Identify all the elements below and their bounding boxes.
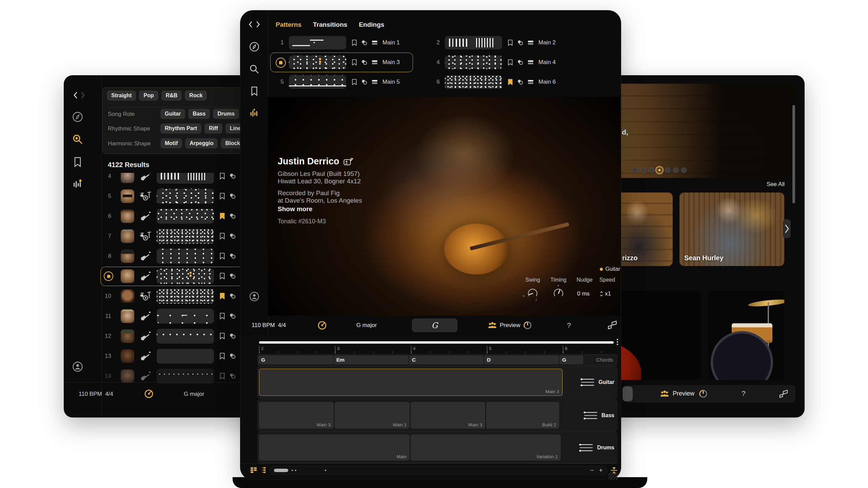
filter-chip[interactable]: R&B <box>161 90 182 101</box>
detach-window-icon[interactable] <box>607 316 618 335</box>
artist-card[interactable]: Sean Hurley <box>679 192 784 266</box>
tab[interactable]: Patterns <box>276 21 301 28</box>
scrollbar[interactable] <box>792 105 795 203</box>
pattern-thumbnail[interactable] <box>157 309 214 324</box>
account-icon[interactable] <box>64 361 91 372</box>
filter-chip[interactable]: Straight <box>107 90 136 101</box>
pattern-thumbnail[interactable] <box>157 229 214 244</box>
bookmark-icon[interactable] <box>240 86 268 96</box>
bookmark-icon[interactable] <box>219 312 225 320</box>
tab[interactable]: Endings <box>359 21 384 28</box>
metronome-icon[interactable] <box>317 316 327 335</box>
filter-chip[interactable]: Drums <box>213 109 239 119</box>
pattern-thumbnail[interactable] <box>157 289 214 304</box>
pattern-item[interactable]: 1 Main 1 <box>274 36 413 49</box>
detach-window-icon[interactable] <box>779 389 789 399</box>
swing-knob[interactable]: ▸ ♪ <box>527 288 538 299</box>
partial-button[interactable] <box>623 386 633 401</box>
bpm-value[interactable]: 110 BPM 4/4 <box>79 391 113 398</box>
bookmark-icon[interactable] <box>219 252 225 260</box>
chord-segment[interactable]: D <box>484 355 559 364</box>
pattern-thumbnail[interactable] <box>445 56 502 69</box>
bookmark-icon[interactable] <box>352 79 357 85</box>
carousel-dot[interactable] <box>649 167 654 173</box>
copy-icon[interactable] <box>229 333 236 339</box>
chord-segment[interactable]: G <box>258 355 333 364</box>
preview-button[interactable]: Preview <box>673 390 694 397</box>
compass-icon[interactable] <box>240 41 268 52</box>
key-button[interactable]: G <box>412 319 457 332</box>
copy-icon[interactable] <box>229 373 236 379</box>
bookmark-icon[interactable] <box>64 157 91 167</box>
pattern-clip[interactable]: Main 3 <box>411 402 485 429</box>
gauge-icon[interactable] <box>523 321 532 330</box>
pattern-thumbnail[interactable] <box>157 249 214 264</box>
filter-chip[interactable]: Rhythm Part <box>160 123 201 134</box>
filter-chip[interactable]: Arpeggio <box>185 138 218 148</box>
levels-icon[interactable] <box>240 108 268 119</box>
stack-icon[interactable] <box>528 79 534 85</box>
copy-icon[interactable] <box>361 40 368 46</box>
carousel-next-button[interactable] <box>783 219 791 238</box>
copy-icon[interactable] <box>229 233 236 239</box>
chord-segment[interactable]: G <box>559 355 583 364</box>
track-header[interactable]: Drums <box>565 432 614 463</box>
chord-segment[interactable]: C <box>409 355 484 364</box>
see-all-link[interactable]: See All <box>767 181 785 188</box>
filter-chip[interactable]: Rock <box>185 90 207 101</box>
pattern-clip[interactable]: Main <box>259 434 410 461</box>
account-icon[interactable] <box>240 291 268 302</box>
forward-icon[interactable] <box>81 92 85 99</box>
pattern-clip[interactable]: Main 3 <box>259 402 334 429</box>
filter-chip[interactable]: Bass <box>188 109 210 119</box>
pattern-thumbnail[interactable] <box>157 369 214 384</box>
stack-icon[interactable] <box>372 79 378 85</box>
resize-grip[interactable] <box>608 472 618 480</box>
search-icon[interactable] <box>64 134 91 145</box>
pattern-thumbnail[interactable] <box>157 169 214 184</box>
stack-icon[interactable] <box>372 60 378 65</box>
preview-group[interactable]: Preview <box>488 316 532 335</box>
pattern-clip[interactable]: Main 3 <box>259 369 563 396</box>
copy-icon[interactable] <box>229 253 236 259</box>
zoom-in-button[interactable]: + <box>597 467 604 474</box>
bookmark-icon[interactable] <box>219 192 225 200</box>
nudge-value[interactable]: 0 ms <box>577 290 590 297</box>
pattern-item[interactable]: 6 Main 6 <box>430 75 569 89</box>
bookmark-icon[interactable] <box>219 272 225 280</box>
copy-icon[interactable] <box>229 193 236 199</box>
pattern-thumbnail[interactable] <box>289 75 346 89</box>
pattern-item[interactable]: 5 Main 5 <box>274 75 413 89</box>
back-icon[interactable] <box>73 92 78 99</box>
key-value[interactable]: G major <box>184 391 204 398</box>
key-value[interactable]: G major <box>356 316 377 335</box>
drums-photo-card[interactable] <box>708 291 784 380</box>
bookmark-icon[interactable] <box>219 212 225 220</box>
open-profile-icon[interactable] <box>343 158 354 165</box>
gauge-icon[interactable] <box>699 389 708 398</box>
show-more-link[interactable]: Show more <box>278 205 400 213</box>
carousel-dot[interactable] <box>632 167 638 173</box>
bookmark-icon[interactable] <box>352 59 357 66</box>
bpm-value[interactable]: 110 BPM4/4 <box>252 316 286 335</box>
pattern-thumbnail[interactable] <box>289 56 346 69</box>
pattern-thumbnail[interactable] <box>289 36 346 49</box>
copy-icon[interactable] <box>361 79 368 85</box>
stack-icon[interactable] <box>372 40 378 45</box>
compass-icon[interactable] <box>64 111 91 123</box>
carousel-dot[interactable] <box>673 167 678 173</box>
filter-chip[interactable]: Motif <box>160 138 182 148</box>
carousel-dot[interactable] <box>665 167 670 173</box>
copy-icon[interactable] <box>229 293 236 299</box>
bookmark-icon[interactable] <box>219 292 225 300</box>
pattern-clip[interactable]: Variation 1 <box>411 434 561 461</box>
help-button[interactable]: ? <box>742 389 746 398</box>
stack-icon[interactable] <box>528 40 534 45</box>
bookmark-icon[interactable] <box>219 232 225 240</box>
pattern-thumbnail[interactable] <box>157 349 214 364</box>
filter-chip[interactable]: Pop <box>139 90 158 101</box>
pattern-thumbnail[interactable] <box>445 75 502 89</box>
timing-knob[interactable]: ▾ <box>553 288 564 299</box>
bookmark-icon[interactable] <box>508 79 513 85</box>
search-icon[interactable] <box>240 64 268 75</box>
